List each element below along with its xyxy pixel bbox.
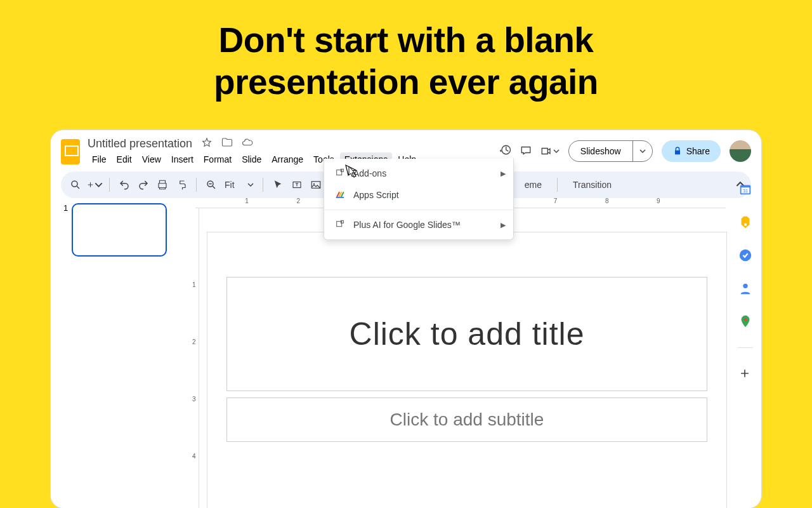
- plus-ai-icon: [334, 219, 346, 231]
- cloud-status-icon[interactable]: [242, 137, 253, 150]
- chevron-right-icon: ▶: [501, 170, 506, 178]
- menu-edit[interactable]: Edit: [112, 152, 136, 166]
- comments-icon[interactable]: [520, 144, 532, 158]
- dropdown-item-plus-ai[interactable]: Plus AI for Google Slides™ ▶: [324, 214, 513, 236]
- new-slide-button[interactable]: [86, 177, 103, 193]
- menu-format[interactable]: Format: [199, 152, 236, 166]
- side-panel-separator: [738, 347, 753, 348]
- undo-button[interactable]: [116, 177, 133, 193]
- get-addons-icon[interactable]: [738, 367, 752, 381]
- print-button[interactable]: [154, 177, 171, 193]
- top-right-actions: Slideshow Share: [500, 140, 751, 162]
- extensions-dropdown: Add-ons ▶ Apps Script Plus AI for Google…: [324, 159, 514, 240]
- subtitle-placeholder[interactable]: Click to add subtitle: [226, 398, 707, 442]
- google-slides-logo-icon[interactable]: [61, 139, 80, 164]
- vertical-ruler: 1 2 3 4 5: [188, 208, 199, 508]
- document-title[interactable]: Untitled presentation: [88, 137, 192, 150]
- slideshow-dropdown-button[interactable]: [632, 140, 653, 162]
- paint-format-button[interactable]: [173, 177, 190, 193]
- history-icon[interactable]: [500, 144, 511, 158]
- canvas-area: 1 2 3 4 5 6 7 8 9 1 2 3 4 5 Click to add…: [188, 197, 726, 508]
- dropdown-plus-ai-label: Plus AI for Google Slides™: [353, 220, 461, 230]
- svg-point-0: [72, 181, 77, 187]
- menu-view[interactable]: View: [138, 152, 166, 166]
- contacts-icon[interactable]: [738, 281, 752, 295]
- lock-icon: [672, 146, 683, 156]
- slide-thumbnail-number: 1: [63, 203, 68, 213]
- calendar-icon[interactable]: 31: [738, 182, 752, 196]
- svg-point-14: [743, 284, 747, 288]
- zoom-select[interactable]: Fit: [222, 180, 256, 190]
- title-placeholder[interactable]: Click to add title: [226, 277, 707, 391]
- slide-canvas[interactable]: Click to add title Click to add subtitle: [207, 232, 727, 508]
- transition-button[interactable]: Transition: [573, 180, 612, 190]
- menu-slide[interactable]: Slide: [237, 152, 266, 166]
- hero-line-2: presentation ever again: [214, 62, 598, 102]
- theme-label-partial[interactable]: eme: [525, 180, 542, 190]
- slide-thumbnail-1[interactable]: [72, 203, 167, 257]
- image-tool[interactable]: [308, 177, 324, 193]
- svg-text:31: 31: [743, 188, 748, 194]
- share-button[interactable]: Share: [662, 140, 721, 162]
- svg-rect-8: [341, 220, 343, 223]
- menu-arrange[interactable]: Arrange: [267, 152, 308, 166]
- maps-icon[interactable]: [738, 314, 752, 328]
- tasks-icon[interactable]: [738, 248, 752, 262]
- addon-icon: [334, 168, 346, 179]
- svg-point-15: [744, 318, 747, 321]
- select-tool[interactable]: [270, 177, 286, 193]
- menu-insert[interactable]: Insert: [167, 152, 198, 166]
- side-panel: 31: [730, 176, 761, 508]
- svg-rect-12: [744, 224, 747, 226]
- keep-icon[interactable]: [738, 215, 752, 229]
- move-icon[interactable]: [221, 137, 233, 150]
- menu-file[interactable]: File: [88, 152, 111, 166]
- meet-icon[interactable]: [540, 145, 560, 157]
- dropdown-addons-label: Add-ons: [353, 168, 386, 178]
- textbox-tool[interactable]: [289, 177, 305, 193]
- dropdown-item-addons[interactable]: Add-ons ▶: [324, 163, 513, 184]
- redo-button[interactable]: [135, 177, 152, 193]
- hero-line-1: Don't start with a blank: [219, 20, 594, 60]
- dropdown-separator: [324, 210, 513, 210]
- dropdown-apps-script-label: Apps Script: [353, 190, 399, 200]
- dropdown-item-apps-script[interactable]: Apps Script: [324, 184, 513, 206]
- zoom-icon[interactable]: [203, 177, 219, 193]
- hero-headline: Don't start with a blank presentation ev…: [0, 0, 812, 103]
- search-icon[interactable]: [67, 177, 84, 193]
- share-label: Share: [686, 146, 710, 156]
- account-avatar[interactable]: [730, 140, 751, 162]
- slideshow-button[interactable]: Slideshow: [568, 140, 633, 162]
- zoom-label: Fit: [225, 180, 235, 190]
- apps-script-icon: [334, 189, 346, 201]
- slides-app-window: Untitled presentation File Edit View Ins…: [51, 130, 761, 508]
- slide-thumbnails-panel: 1: [61, 197, 188, 508]
- chevron-right-icon: ▶: [501, 221, 506, 229]
- svg-rect-6: [341, 169, 343, 171]
- star-icon[interactable]: [201, 137, 213, 150]
- workspace: 1 1 2 3 4 5 6 7 8 9 1 2 3 4 5: [61, 197, 726, 508]
